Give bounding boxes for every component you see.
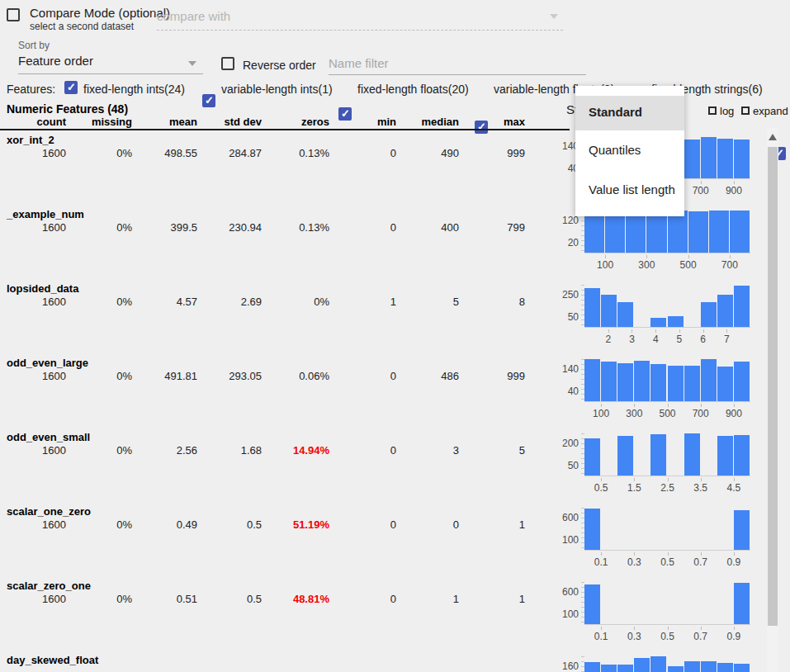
x-axis-tick-label: 0.5 [651, 631, 684, 642]
x-axis-tick [634, 552, 635, 556]
expand-label: expand [753, 105, 788, 117]
feature-name: lopsided_data [7, 282, 78, 295]
x-axis-tick [701, 627, 702, 630]
x-axis-tick-label: 900 [717, 408, 750, 419]
menu-item-standard[interactable]: Standard [589, 105, 642, 119]
histogram-bar [734, 140, 750, 178]
histogram-plot[interactable] [584, 285, 750, 328]
feature-histogram: 6001000.10.30.50.70.9 [553, 578, 759, 649]
table-row: lopsided_data 1600 0% 4.57 2.69 0% 1 5 8… [0, 281, 790, 355]
x-axis-tick [601, 627, 602, 630]
x-axis-tick-label: 700 [684, 408, 717, 419]
histogram-bar [701, 137, 717, 178]
histogram-plot[interactable] [584, 433, 750, 476]
menu-item-value-list-length[interactable]: Value list length [589, 182, 675, 196]
y-axis-tick-label: 120 [553, 215, 579, 226]
scrollbar-thumb[interactable] [768, 147, 778, 626]
x-axis-tick [688, 255, 689, 258]
feature-type-checkbox-fixed-ints[interactable] [64, 81, 78, 94]
x-axis-tick-label: 0.9 [717, 631, 750, 642]
log-checkbox[interactable] [708, 106, 717, 115]
sort-by-select-value[interactable]: Feature order [18, 54, 93, 68]
x-axis-tick [734, 552, 735, 556]
histogram-bar [584, 509, 600, 550]
histogram-bar [650, 656, 666, 672]
column-header-max: max [442, 116, 525, 128]
histogram-bar [584, 662, 600, 672]
histogram-bar [717, 663, 733, 672]
x-axis-tick [726, 329, 727, 333]
histogram-bar [684, 366, 700, 401]
reverse-order-label: Reverse order [243, 59, 316, 72]
y-axis-tick-label: 50 [553, 460, 579, 471]
chevron-down-icon[interactable] [550, 14, 558, 19]
histogram-bar [601, 665, 617, 672]
y-axis-tick-label: 600 [553, 586, 579, 598]
sort-by-caption: Sort by [18, 40, 50, 51]
histogram-bar [634, 361, 650, 401]
histogram-bar [668, 316, 684, 327]
histogram-bar [701, 661, 717, 672]
y-axis-tick-label: 40 [553, 386, 579, 397]
feature-histogram: 200500.51.52.53.54.5 [553, 429, 759, 500]
x-axis-tick [655, 329, 656, 333]
histogram-bar [717, 295, 733, 327]
feature-histogram: 160 [553, 652, 759, 672]
y-axis-tick-label: 250 [553, 289, 579, 301]
compare-with-select[interactable] [157, 30, 563, 31]
histogram-bar [734, 664, 750, 672]
x-axis-tick-label: 4.5 [717, 482, 750, 494]
x-axis-tick [701, 552, 702, 556]
x-axis-tick-label: 7 [710, 334, 743, 345]
x-axis-tick [601, 552, 602, 556]
name-filter-underline [329, 74, 586, 75]
sort-by-select-underline [18, 73, 203, 74]
x-axis-tick-label: 900 [717, 185, 750, 196]
histogram-bar [668, 211, 688, 253]
x-axis-tick [632, 329, 632, 333]
histogram-plot[interactable] [584, 211, 750, 253]
histogram-bar [646, 211, 666, 253]
scroll-up-arrow-icon[interactable] [769, 134, 777, 140]
expand-checkbox[interactable] [741, 106, 750, 115]
histogram-bar [584, 288, 600, 327]
x-axis-tick [701, 478, 702, 481]
x-axis-tick-label: 300 [617, 408, 650, 419]
x-axis-tick [730, 255, 731, 258]
histogram-plot[interactable] [584, 582, 750, 625]
menu-item-quantiles[interactable]: Quantiles [589, 143, 641, 157]
name-filter-input[interactable]: Name filter [329, 56, 389, 70]
x-axis-tick [734, 404, 735, 407]
histogram-plot[interactable] [584, 656, 750, 672]
histogram-bar [734, 286, 750, 327]
histogram-bar [584, 211, 604, 253]
x-axis-tick [601, 478, 602, 481]
histogram-bar [734, 510, 750, 550]
compare-mode-checkbox[interactable] [7, 8, 20, 21]
y-axis-tick-label: 100 [553, 608, 579, 620]
histogram-bar [668, 366, 684, 401]
feature-name: scalar_zero_one [7, 580, 91, 592]
histogram-plot[interactable] [584, 508, 750, 551]
histogram-bar [709, 211, 729, 253]
histogram-bar [701, 302, 717, 327]
x-axis-tick-label: 0.7 [684, 556, 717, 568]
histogram-bar [601, 295, 617, 327]
reverse-order-checkbox[interactable] [221, 57, 234, 70]
y-axis-tick-label: 50 [553, 311, 579, 323]
x-axis-tick [601, 404, 602, 407]
x-axis-tick [605, 255, 606, 258]
histogram-bar [634, 658, 650, 672]
chevron-down-icon[interactable] [188, 61, 196, 66]
histogram-bar [717, 139, 733, 178]
log-label: log [720, 105, 734, 117]
table-row: day_skewed_float 160 [0, 652, 790, 672]
cell-max: 999 [442, 370, 525, 382]
histogram-bar [650, 434, 666, 476]
y-axis-tick-label: 100 [553, 534, 579, 546]
cell-max: 5 [442, 444, 525, 457]
x-axis-tick-label: 700 [684, 185, 717, 196]
histogram-plot[interactable] [584, 359, 750, 402]
x-axis-tick-label: 2.5 [651, 482, 684, 494]
y-axis-tick-label: 200 [553, 438, 579, 449]
